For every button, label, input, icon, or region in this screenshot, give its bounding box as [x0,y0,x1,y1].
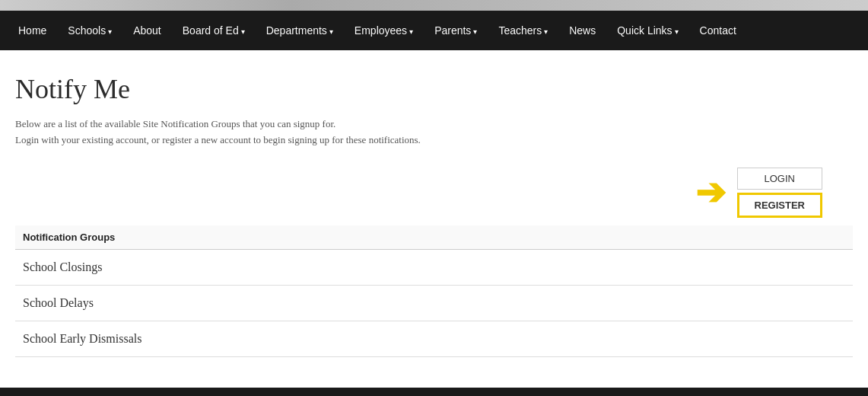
notification-groups-table: Notification Groups School ClosingsSchoo… [15,225,853,357]
nav-link[interactable]: Board of Ed▾ [172,11,256,50]
nav-item-contact[interactable]: Contact [689,11,747,50]
notification-group-name: School Closings [15,249,853,285]
nav-item-schools[interactable]: Schools▾ [57,11,122,50]
auth-area: ➔ LOGIN REGISTER [15,168,853,218]
nav-link[interactable]: About [122,11,172,50]
main-nav: HomeSchools▾AboutBoard of Ed▾Departments… [0,11,868,50]
dropdown-arrow-icon: ▾ [241,27,245,36]
top-banner [0,0,868,11]
page-description: Below are a list of the available Site N… [15,117,853,148]
nav-link[interactable]: News [558,11,606,50]
dropdown-arrow-icon: ▾ [409,27,413,36]
nav-item-about[interactable]: About [122,11,172,50]
nav-link[interactable]: Departments▾ [256,11,344,50]
footer: 368 4th Street | Crossville, TN 38555 | … [0,388,868,396]
table-row[interactable]: School Early Dismissals [15,321,853,356]
nav-link[interactable]: Teachers▾ [488,11,558,50]
register-button[interactable]: REGISTER [737,193,822,218]
login-button[interactable]: LOGIN [737,168,822,190]
nav-item-employees[interactable]: Employees▾ [344,11,424,50]
nav-link[interactable]: Contact [689,11,747,50]
dropdown-arrow-icon: ▾ [473,27,477,36]
table-row[interactable]: School Delays [15,285,853,321]
nav-item-quick-links[interactable]: Quick Links▾ [606,11,688,50]
arrow-icon: ➔ [695,174,726,211]
description-line1: Below are a list of the available Site N… [15,118,335,129]
main-content: Notify Me Below are a list of the availa… [0,50,868,388]
nav-link[interactable]: Home [8,11,57,50]
nav-item-board-of-ed[interactable]: Board of Ed▾ [172,11,256,50]
notification-group-name: School Delays [15,285,853,321]
nav-item-departments[interactable]: Departments▾ [256,11,344,50]
auth-buttons: LOGIN REGISTER [737,168,822,218]
nav-item-teachers[interactable]: Teachers▾ [488,11,558,50]
nav-link[interactable]: Parents▾ [424,11,488,50]
dropdown-arrow-icon: ▾ [329,27,333,36]
table-column-header: Notification Groups [15,225,853,250]
nav-link[interactable]: Quick Links▾ [606,11,688,50]
nav-item-news[interactable]: News [558,11,606,50]
nav-item-home[interactable]: Home [8,11,57,50]
notification-group-name: School Early Dismissals [15,321,853,356]
nav-link[interactable]: Schools▾ [57,11,122,50]
dropdown-arrow-icon: ▾ [675,27,679,36]
page-title: Notify Me [15,73,853,105]
nav-item-parents[interactable]: Parents▾ [424,11,488,50]
table-row[interactable]: School Closings [15,249,853,285]
dropdown-arrow-icon: ▾ [544,27,548,36]
description-line2: Login with your existing account, or reg… [15,134,421,145]
dropdown-arrow-icon: ▾ [108,27,112,36]
nav-link[interactable]: Employees▾ [344,11,424,50]
